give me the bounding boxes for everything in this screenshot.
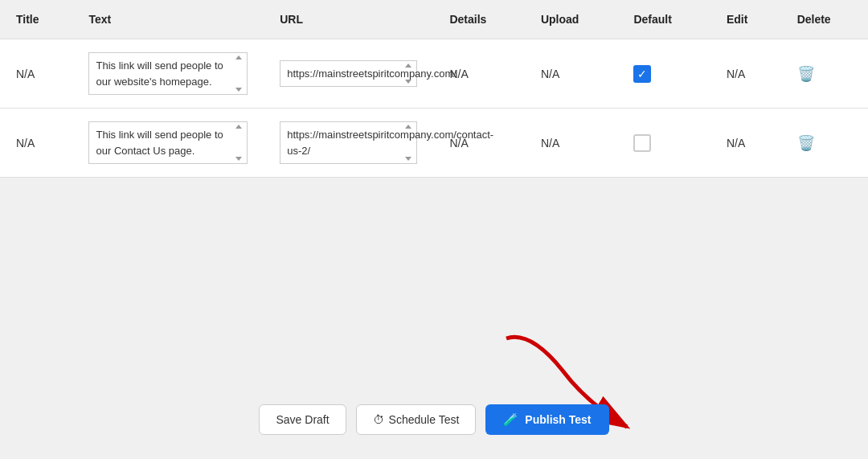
col-header-details: Details xyxy=(433,0,524,39)
row1-title: N/A xyxy=(0,39,72,109)
row2-url-box[interactable]: https://mainstreetspiritcompany.com/cont… xyxy=(280,121,417,164)
table-row: N/A This link will send people to our Co… xyxy=(0,109,868,178)
col-header-text: Text xyxy=(72,0,264,39)
row1-url-cell: https://mainstreetspiritcompany.com/ xyxy=(264,39,433,109)
save-draft-button[interactable]: Save Draft xyxy=(259,404,346,435)
publish-test-label: Publish Test xyxy=(525,413,591,426)
row1-upload: N/A xyxy=(525,39,617,109)
clock-icon: ⏱ xyxy=(373,413,384,426)
row1-text-box[interactable]: This link will send people to our websit… xyxy=(88,52,248,95)
row1-delete-icon[interactable]: 🗑️ xyxy=(797,66,815,82)
scroll-indicator xyxy=(233,53,244,94)
row2-title: N/A xyxy=(0,109,72,178)
action-buttons: Save Draft ⏱ Schedule Test 🧪 Publish Tes… xyxy=(259,404,608,435)
row2-edit: N/A xyxy=(710,109,781,178)
scroll-indicator-url xyxy=(403,61,414,87)
row2-text-cell: This link will send people to our Contac… xyxy=(72,109,264,178)
col-header-edit: Edit xyxy=(710,0,781,39)
scroll-up-url-2 xyxy=(405,125,411,129)
row2-text-content: This link will send people to our Contac… xyxy=(96,129,223,157)
scroll-up-url xyxy=(405,64,411,68)
check-icon: ✓ xyxy=(637,68,647,80)
row1-text-cell: This link will send people to our websit… xyxy=(72,39,264,109)
scroll-down-arrow xyxy=(235,88,242,92)
scroll-up-arrow xyxy=(235,55,242,59)
row1-delete-cell: 🗑️ xyxy=(781,39,868,109)
table-wrapper: Title Text URL Details Upload Default Ed… xyxy=(0,0,868,314)
row1-edit: N/A xyxy=(710,39,781,109)
row1-checkbox-checked[interactable]: ✓ xyxy=(633,65,651,83)
col-header-upload: Upload xyxy=(525,0,617,39)
table-header-row: Title Text URL Details Upload Default Ed… xyxy=(0,0,868,39)
scroll-down-url-2 xyxy=(405,157,411,161)
schedule-test-button[interactable]: ⏱ Schedule Test xyxy=(356,404,477,435)
row1-default-cell: ✓ xyxy=(617,39,710,109)
col-header-delete: Delete xyxy=(781,0,868,39)
row2-delete-cell: 🗑️ xyxy=(781,109,868,178)
row2-details: N/A xyxy=(433,109,524,178)
main-container: Title Text URL Details Upload Default Ed… xyxy=(0,0,868,459)
row2-text-box[interactable]: This link will send people to our Contac… xyxy=(88,121,248,164)
col-header-url: URL xyxy=(264,0,433,39)
scroll-down-2 xyxy=(235,157,242,161)
row1-text-content: This link will send people to our websit… xyxy=(96,59,223,88)
row2-upload: N/A xyxy=(525,109,617,178)
row2-delete-icon[interactable]: 🗑️ xyxy=(797,135,815,151)
scroll-indicator-2 xyxy=(233,122,244,163)
scroll-down-url xyxy=(405,80,411,84)
row2-checkbox-unchecked[interactable] xyxy=(633,134,651,152)
col-header-default: Default xyxy=(617,0,710,39)
flask-icon: 🧪 xyxy=(503,412,518,427)
scroll-indicator-url-2 xyxy=(403,122,414,163)
table-row: N/A This link will send people to our we… xyxy=(0,39,868,109)
publish-test-button[interactable]: 🧪 Publish Test xyxy=(485,404,608,435)
row2-url-cell: https://mainstreetspiritcompany.com/cont… xyxy=(264,109,433,178)
links-table: Title Text URL Details Upload Default Ed… xyxy=(0,0,868,178)
schedule-test-label: Schedule Test xyxy=(389,413,460,426)
row1-url-content: https://mainstreetspiritcompany.com/ xyxy=(287,68,457,80)
row2-default-cell xyxy=(617,109,710,178)
scroll-up-2 xyxy=(235,125,242,129)
col-header-title: Title xyxy=(0,0,72,39)
row1-url-box[interactable]: https://mainstreetspiritcompany.com/ xyxy=(280,60,417,88)
footer-area: Save Draft ⏱ Schedule Test 🧪 Publish Tes… xyxy=(0,314,868,459)
